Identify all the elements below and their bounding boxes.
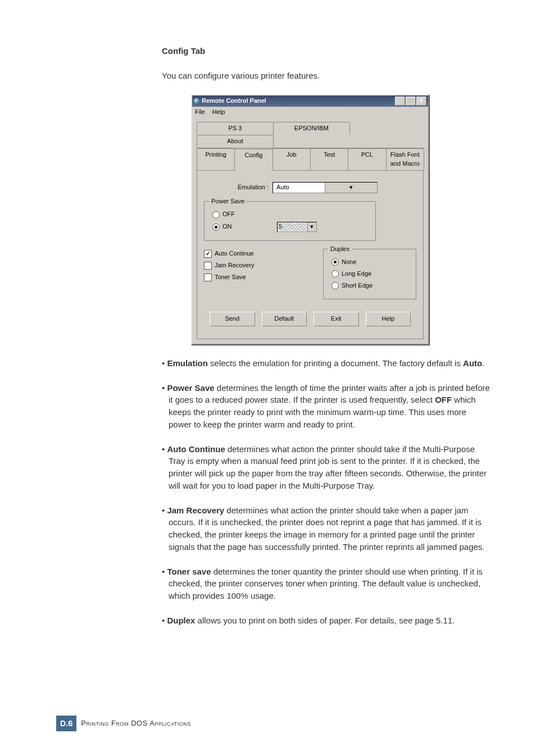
close-button[interactable]: ×	[416, 97, 426, 106]
window-title: Remote Control Panel	[202, 97, 266, 106]
bullet-auto-continue: • Auto Continue determines what action t…	[162, 443, 491, 492]
help-button[interactable]: Help	[366, 312, 411, 326]
tab-row-1: PS 3 EPSON/IBM About	[197, 122, 424, 148]
power-save-off-radio[interactable]: OFF	[212, 210, 370, 219]
emulation-value: Auto	[273, 183, 325, 193]
section-heading: Config Tab	[162, 45, 491, 57]
tab-flash-font-macro[interactable]: Flash Font and Macro	[386, 148, 424, 170]
emulation-label: Emulation :	[238, 184, 269, 190]
toner-save-checkbox[interactable]: Toner Save	[204, 273, 301, 282]
duplex-short-edge-radio[interactable]: Short Edge	[331, 281, 410, 290]
remote-control-panel-window: Remote Control Panel _ □ × File Help PS …	[191, 94, 429, 345]
tab-row-2: Printing Config Job Test PCL Flash Font …	[197, 148, 424, 171]
power-save-time-select[interactable]: 5 ▾	[277, 222, 317, 232]
intro-text: You can configure various printer featur…	[162, 70, 491, 82]
default-button[interactable]: Default	[262, 312, 307, 326]
tab-epson-ibm[interactable]: EPSON/IBM	[273, 122, 350, 135]
footer-text: Printing From DOS Applications	[81, 718, 190, 729]
tab-test[interactable]: Test	[310, 148, 348, 170]
chevron-down-icon: ▾	[325, 183, 377, 193]
bullet-toner-save: • Toner save determines the toner quanti…	[162, 566, 491, 602]
tab-config[interactable]: Config	[234, 149, 272, 171]
exit-button[interactable]: Exit	[314, 312, 359, 326]
power-save-group: Power Save OFF ON 5 ▾	[204, 201, 376, 241]
power-save-legend: Power Save	[209, 197, 247, 206]
menu-bar: File Help	[192, 107, 428, 118]
auto-continue-checkbox[interactable]: Auto Continue	[204, 249, 301, 258]
menu-file[interactable]: File	[195, 108, 205, 115]
chevron-down-icon: ▾	[307, 222, 316, 231]
duplex-none-radio[interactable]: None	[331, 258, 410, 267]
bullet-emulation: • Emulation selects the emulation for pr…	[162, 357, 491, 370]
app-icon	[194, 98, 199, 104]
emulation-select[interactable]: Auto ▾	[272, 182, 378, 193]
bullet-duplex: • Duplex allows you to print on both sid…	[162, 614, 491, 627]
jam-recovery-checkbox[interactable]: Jam Recovery	[204, 261, 301, 270]
bullet-jam-recovery: • Jam Recovery determines what action th…	[162, 504, 491, 553]
page-number-box: D.6	[56, 716, 76, 731]
tab-printing[interactable]: Printing	[197, 148, 235, 170]
tab-pcl[interactable]: PCL	[348, 148, 386, 170]
duplex-long-edge-radio[interactable]: Long Edge	[331, 270, 410, 279]
send-button[interactable]: Send	[210, 312, 255, 326]
bullet-power-save: • Power Save determines the length of ti…	[162, 382, 491, 431]
tab-about[interactable]: About	[197, 135, 274, 148]
minimize-button[interactable]: _	[395, 97, 405, 106]
tab-ps3[interactable]: PS 3	[197, 122, 274, 135]
titlebar: Remote Control Panel _ □ ×	[192, 95, 428, 107]
page-footer: D.6 Printing From DOS Applications	[56, 716, 191, 731]
maximize-button[interactable]: □	[406, 97, 416, 106]
power-save-on-radio[interactable]: ON 5 ▾	[212, 222, 370, 232]
bullet-list: • Emulation selects the emulation for pr…	[162, 357, 491, 627]
menu-help[interactable]: Help	[212, 108, 225, 115]
duplex-legend: Duplex	[328, 245, 352, 254]
config-panel: Emulation : Auto ▾ Power Save OFF ON 5	[197, 171, 424, 339]
duplex-group: Duplex None Long Edge Short Edge	[323, 249, 416, 299]
tab-job[interactable]: Job	[272, 148, 311, 170]
